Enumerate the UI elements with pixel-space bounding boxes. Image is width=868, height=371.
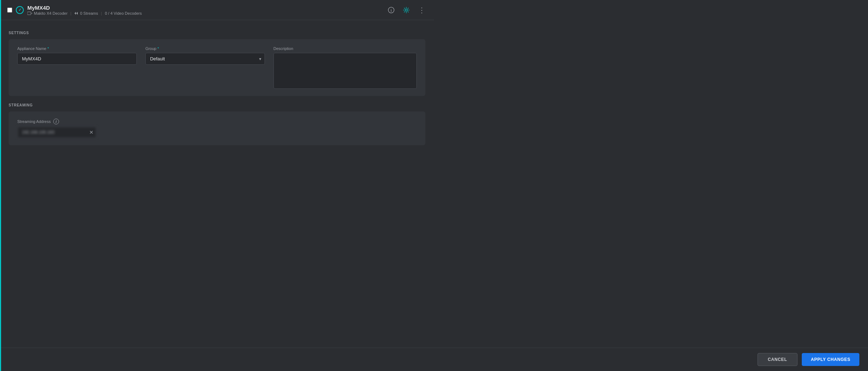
streaming-card: Streaming Address i ✕: [9, 111, 425, 145]
decoders-label: 0 / 4 Video Decoders: [105, 11, 142, 15]
description-group: Description: [273, 46, 417, 89]
description-label: Description: [273, 46, 417, 51]
header-actions: i ⋮: [386, 4, 427, 16]
svg-text:i: i: [391, 8, 392, 12]
pipe-divider-1: |: [71, 11, 72, 15]
device-status-icon: ✓: [16, 6, 24, 14]
streams-icon: [74, 11, 78, 15]
streaming-section-label: STREAMING: [9, 103, 425, 107]
more-button[interactable]: ⋮: [417, 4, 427, 16]
decoder-label: Makito X4 Decoder: [27, 11, 68, 15]
settings-form-row: Appliance Name* Group* Default Group A G…: [17, 46, 417, 89]
streaming-address-label: Streaming Address i: [17, 119, 96, 124]
header: ✓ MyMX4D Makito X4 Decoder |: [0, 0, 434, 20]
streaming-input-wrapper: ✕: [17, 127, 96, 138]
streaming-form-row: Streaming Address i ✕: [17, 119, 417, 138]
appliance-name-input[interactable]: [17, 53, 137, 65]
info-icon: i: [388, 7, 394, 13]
group-label: Group*: [145, 46, 265, 51]
settings-section-label: SETTINGS: [9, 31, 425, 35]
svg-point-4: [405, 9, 407, 11]
main-content: SETTINGS Appliance Name* Group* Default …: [0, 20, 434, 186]
appliance-required-star: *: [48, 46, 49, 51]
settings-button[interactable]: [402, 5, 411, 15]
group-required-star: *: [157, 46, 159, 51]
row-checkbox[interactable]: [7, 8, 12, 13]
info-button[interactable]: i: [386, 5, 396, 15]
group-select-wrapper: Default Group A Group B ▾: [145, 53, 265, 65]
header-subtitle: Makito X4 Decoder | 0 Streams | 0 / 4 Vi…: [27, 11, 142, 15]
clear-button[interactable]: ✕: [89, 130, 94, 135]
svg-rect-0: [27, 12, 31, 15]
decoder-icon: [27, 12, 32, 15]
group-group: Group* Default Group A Group B ▾: [145, 46, 265, 65]
help-icon[interactable]: i: [53, 119, 59, 124]
page-title: MyMX4D: [27, 5, 142, 11]
header-title-group: MyMX4D Makito X4 Decoder | 0 Streams: [27, 5, 142, 15]
appliance-name-label: Appliance Name*: [17, 46, 137, 51]
settings-icon: [403, 7, 410, 13]
footer-spacer: [9, 152, 425, 174]
streams-label: 0 Streams: [74, 11, 98, 15]
settings-card: Appliance Name* Group* Default Group A G…: [9, 39, 425, 96]
left-accent: [0, 0, 1, 186]
description-textarea[interactable]: [273, 53, 417, 89]
streaming-address-group: Streaming Address i ✕: [17, 119, 96, 138]
appliance-name-group: Appliance Name*: [17, 46, 137, 65]
pipe-divider-2: |: [101, 11, 102, 15]
group-select[interactable]: Default Group A Group B: [145, 53, 265, 65]
streaming-address-input[interactable]: [17, 127, 96, 138]
